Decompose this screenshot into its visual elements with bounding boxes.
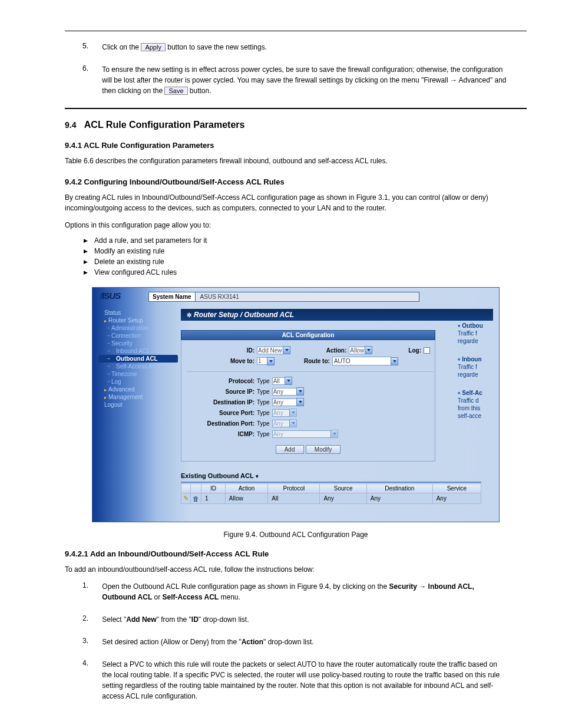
dropdown-icon (289, 409, 297, 417)
proc-step-4: 4. Select a PVC to which this rule will … (82, 659, 527, 701)
sidebar-timezone[interactable]: Timezone (98, 370, 178, 378)
proc-step-3: 3. Set desired action (Allow or Deny) fr… (82, 637, 527, 647)
bullet-view: View configured ACL rules (84, 268, 527, 276)
embedded-screenshot: /ISUS System Name ASUS RX3141 Status ▸Ro… (92, 287, 500, 522)
add-button[interactable]: Add (276, 445, 304, 454)
arrow-icon: → (417, 582, 428, 591)
arrow-icon: → (450, 76, 457, 84)
system-name-value: ASUS RX3141 (196, 292, 419, 302)
acl-config-panel: ACL Configuration ID: Add New Action: Al… (181, 330, 435, 462)
dropdown-icon[interactable] (296, 387, 304, 396)
dropdown-icon[interactable] (391, 357, 398, 365)
subsection-941: 9.4.1 ACL Rule Configuration Parameters (65, 141, 527, 150)
sidebar-security[interactable]: Security (98, 340, 178, 347)
bullet-square-icon: ■ (458, 391, 460, 395)
chevron-down-icon: ▸ (104, 318, 107, 324)
para-941: Table 6.6 describes the configuration pa… (65, 156, 527, 167)
source-port-select: Any (272, 409, 290, 417)
routeto-input[interactable] (332, 357, 391, 365)
source-ip-label: Source IP: (186, 388, 257, 395)
dropdown-icon[interactable] (296, 398, 304, 406)
source-ip-select[interactable]: Any (272, 388, 297, 396)
sidebar-self-access-acl[interactable]: Self-Access ACL (98, 363, 178, 370)
bullet-square-icon: ■ (458, 357, 460, 361)
para-942a: By creating ACL rules in Inbound/Outboun… (65, 192, 527, 214)
sidebar-inbound-acl[interactable]: Inbound ACL (98, 347, 178, 355)
action-label: Action: (326, 347, 349, 354)
proc-step-2: 2. Select "Add New" from the "ID" drop-d… (82, 614, 527, 625)
bullet-delete: Delete an existing rule (84, 258, 527, 266)
table-header-row: ID Action Protocol Source Destination Se… (181, 484, 481, 493)
ss-sidebar: Status ▸Router Setup Administration Conn… (98, 309, 178, 409)
ss-topbar: /ISUS System Name ASUS RX3141 (92, 288, 499, 305)
chevron-right-icon: ▸ (104, 387, 107, 393)
sidebar-logout[interactable]: Logout (98, 401, 178, 409)
sidebar-administration[interactable]: Administration (98, 324, 178, 332)
top-rule (65, 31, 527, 31)
step6-number: 6. (82, 64, 100, 73)
para-942b: Options in this configuration page allow… (65, 220, 527, 231)
subsection-9421: 9.4.2.1 Add an Inbound/Outbound/Self-Acc… (65, 549, 527, 558)
log-label: Log: (408, 347, 424, 354)
dropdown-icon[interactable] (285, 377, 292, 385)
edit-icon[interactable]: ✎ (183, 495, 189, 502)
dropdown-icon[interactable] (283, 346, 290, 354)
protocol-select[interactable]: All (272, 377, 285, 385)
sidebar-advanced[interactable]: ▸Advanced (98, 386, 178, 393)
sidebar-management[interactable]: ▸Management (98, 393, 178, 401)
existing-acl-header[interactable]: Existing Outbound ACL ▾ (181, 472, 499, 479)
log-checkbox[interactable] (424, 347, 430, 354)
dest-ip-select[interactable]: Any (272, 398, 297, 406)
save-btn-ref: Save (164, 87, 187, 95)
chevron-right-icon: ▸ (104, 395, 107, 400)
apply-btn-ref: Apply (141, 43, 166, 51)
figure-caption: Figure 9.4. Outbound ACL Configuration P… (65, 531, 527, 539)
svg-text:/ISUS: /ISUS (100, 291, 121, 301)
sidebar-log[interactable]: Log (98, 378, 178, 386)
section-rule (65, 108, 527, 109)
sidebar-status[interactable]: Status (98, 309, 178, 317)
table-row: ✎ 🗑 1 Allow All Any Any Any (181, 493, 481, 504)
chevron-down-icon: ▾ (256, 473, 259, 479)
asus-logo: /ISUS (92, 291, 148, 302)
ss-main: ✲Router Setup / Outbound ACL ACL Configu… (181, 309, 499, 522)
sidebar-router-setup[interactable]: ▸Router Setup (98, 317, 178, 324)
delete-icon[interactable]: 🗑 (193, 495, 199, 502)
source-port-label: Source Port: (186, 410, 257, 416)
dropdown-icon[interactable] (267, 357, 275, 365)
bullet-modify: Modify an existing rule (84, 247, 527, 255)
dropdown-icon (289, 419, 297, 427)
proc-step-1: 1. Open the Outbound ACL Rule configurat… (82, 581, 527, 602)
bullet-add: Add a rule, and set parameters for it (84, 236, 527, 245)
icmp-select: Any (272, 430, 331, 438)
routeto-label: Route to: (304, 358, 332, 364)
options-list: Add a rule, and set parameters for it Mo… (84, 236, 527, 276)
gear-icon: ✲ (187, 312, 191, 318)
id-select[interactable]: Add New (257, 347, 283, 354)
dropdown-icon (330, 430, 338, 438)
sidebar-connection[interactable]: Connection (98, 332, 178, 340)
moveto-label: Move to: (186, 358, 257, 364)
bullet-square-icon: ■ (458, 324, 460, 328)
step-5: 5. Click on the Apply button to save the… (82, 42, 527, 52)
dest-ip-label: Destination IP: (186, 399, 257, 406)
icmp-label: ICMP: (186, 431, 257, 437)
action-select[interactable]: Allow (349, 347, 365, 354)
table-topbar (181, 482, 481, 483)
page-title-bar: ✲Router Setup / Outbound ACL (181, 309, 493, 321)
existing-acl-table: ID Action Protocol Source Destination Se… (181, 483, 481, 504)
para-9421: To add an inbound/outbound/self-access A… (65, 564, 527, 575)
id-label: ID: (186, 347, 257, 354)
moveto-select[interactable]: 1 (257, 357, 267, 365)
section-heading: 9.4 ACL Rule Configuration Parameters (65, 120, 527, 130)
modify-button[interactable]: Modify (306, 445, 340, 454)
subsection-942: 9.4.2 Configuring Inbound/Outbound/Self-… (65, 177, 527, 186)
dest-port-select: Any (272, 420, 290, 427)
sidebar-outbound-acl[interactable]: Outbound ACL (98, 355, 178, 363)
ss-help-panel: ■OutbouTraffic fregarde ■InbounTraffic f… (458, 322, 499, 430)
dropdown-icon[interactable] (365, 346, 372, 354)
panel-divider (186, 371, 434, 372)
system-name-label: System Name (148, 292, 196, 302)
dest-port-label: Destination Port: (186, 420, 257, 427)
step-6: 6. To ensure the new setting is in effec… (82, 64, 527, 96)
